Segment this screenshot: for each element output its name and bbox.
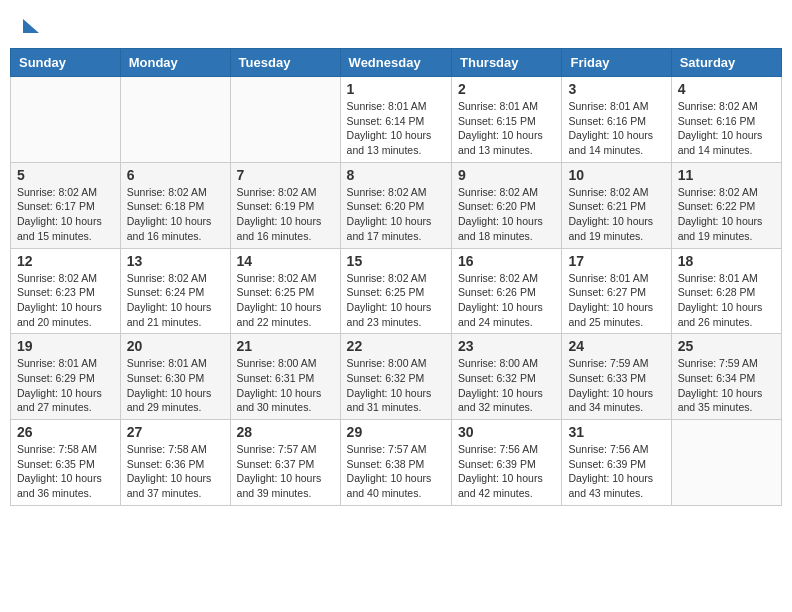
- calendar-cell: 17Sunrise: 8:01 AM Sunset: 6:27 PM Dayli…: [562, 248, 671, 334]
- calendar-week-row: 5Sunrise: 8:02 AM Sunset: 6:17 PM Daylig…: [11, 162, 782, 248]
- calendar-cell: 11Sunrise: 8:02 AM Sunset: 6:22 PM Dayli…: [671, 162, 781, 248]
- calendar-table: SundayMondayTuesdayWednesdayThursdayFrid…: [10, 48, 782, 506]
- day-number: 30: [458, 424, 555, 440]
- day-number: 11: [678, 167, 775, 183]
- calendar-cell: 12Sunrise: 8:02 AM Sunset: 6:23 PM Dayli…: [11, 248, 121, 334]
- day-number: 6: [127, 167, 224, 183]
- weekday-header-monday: Monday: [120, 49, 230, 77]
- day-detail: Sunrise: 8:01 AM Sunset: 6:27 PM Dayligh…: [568, 271, 664, 330]
- day-detail: Sunrise: 8:02 AM Sunset: 6:19 PM Dayligh…: [237, 185, 334, 244]
- day-detail: Sunrise: 8:02 AM Sunset: 6:18 PM Dayligh…: [127, 185, 224, 244]
- day-detail: Sunrise: 8:00 AM Sunset: 6:31 PM Dayligh…: [237, 356, 334, 415]
- day-detail: Sunrise: 8:00 AM Sunset: 6:32 PM Dayligh…: [458, 356, 555, 415]
- day-number: 5: [17, 167, 114, 183]
- day-detail: Sunrise: 8:02 AM Sunset: 6:21 PM Dayligh…: [568, 185, 664, 244]
- calendar-cell: 25Sunrise: 7:59 AM Sunset: 6:34 PM Dayli…: [671, 334, 781, 420]
- day-number: 26: [17, 424, 114, 440]
- day-detail: Sunrise: 7:57 AM Sunset: 6:38 PM Dayligh…: [347, 442, 445, 501]
- day-detail: Sunrise: 8:02 AM Sunset: 6:25 PM Dayligh…: [237, 271, 334, 330]
- calendar-cell: 29Sunrise: 7:57 AM Sunset: 6:38 PM Dayli…: [340, 420, 451, 506]
- weekday-header-wednesday: Wednesday: [340, 49, 451, 77]
- calendar-cell: 10Sunrise: 8:02 AM Sunset: 6:21 PM Dayli…: [562, 162, 671, 248]
- day-number: 19: [17, 338, 114, 354]
- day-number: 10: [568, 167, 664, 183]
- calendar-cell: 19Sunrise: 8:01 AM Sunset: 6:29 PM Dayli…: [11, 334, 121, 420]
- calendar-week-row: 19Sunrise: 8:01 AM Sunset: 6:29 PM Dayli…: [11, 334, 782, 420]
- calendar-cell: 27Sunrise: 7:58 AM Sunset: 6:36 PM Dayli…: [120, 420, 230, 506]
- day-detail: Sunrise: 8:01 AM Sunset: 6:29 PM Dayligh…: [17, 356, 114, 415]
- day-detail: Sunrise: 7:56 AM Sunset: 6:39 PM Dayligh…: [458, 442, 555, 501]
- weekday-header-thursday: Thursday: [452, 49, 562, 77]
- calendar-cell: 9Sunrise: 8:02 AM Sunset: 6:20 PM Daylig…: [452, 162, 562, 248]
- day-detail: Sunrise: 7:59 AM Sunset: 6:33 PM Dayligh…: [568, 356, 664, 415]
- calendar-cell: [11, 77, 121, 163]
- day-number: 1: [347, 81, 445, 97]
- calendar-cell: 26Sunrise: 7:58 AM Sunset: 6:35 PM Dayli…: [11, 420, 121, 506]
- day-detail: Sunrise: 8:02 AM Sunset: 6:16 PM Dayligh…: [678, 99, 775, 158]
- day-detail: Sunrise: 8:02 AM Sunset: 6:26 PM Dayligh…: [458, 271, 555, 330]
- day-detail: Sunrise: 8:01 AM Sunset: 6:28 PM Dayligh…: [678, 271, 775, 330]
- day-number: 13: [127, 253, 224, 269]
- calendar-cell: 3Sunrise: 8:01 AM Sunset: 6:16 PM Daylig…: [562, 77, 671, 163]
- logo-triangle-icon: [23, 19, 39, 33]
- day-detail: Sunrise: 8:02 AM Sunset: 6:22 PM Dayligh…: [678, 185, 775, 244]
- day-detail: Sunrise: 7:59 AM Sunset: 6:34 PM Dayligh…: [678, 356, 775, 415]
- calendar-week-row: 26Sunrise: 7:58 AM Sunset: 6:35 PM Dayli…: [11, 420, 782, 506]
- day-number: 27: [127, 424, 224, 440]
- day-number: 18: [678, 253, 775, 269]
- calendar-cell: 5Sunrise: 8:02 AM Sunset: 6:17 PM Daylig…: [11, 162, 121, 248]
- day-number: 9: [458, 167, 555, 183]
- weekday-header-friday: Friday: [562, 49, 671, 77]
- day-number: 23: [458, 338, 555, 354]
- day-number: 20: [127, 338, 224, 354]
- day-detail: Sunrise: 8:02 AM Sunset: 6:20 PM Dayligh…: [458, 185, 555, 244]
- weekday-header-saturday: Saturday: [671, 49, 781, 77]
- day-detail: Sunrise: 7:56 AM Sunset: 6:39 PM Dayligh…: [568, 442, 664, 501]
- calendar-cell: 21Sunrise: 8:00 AM Sunset: 6:31 PM Dayli…: [230, 334, 340, 420]
- calendar-cell: 23Sunrise: 8:00 AM Sunset: 6:32 PM Dayli…: [452, 334, 562, 420]
- calendar-week-row: 12Sunrise: 8:02 AM Sunset: 6:23 PM Dayli…: [11, 248, 782, 334]
- calendar-cell: 14Sunrise: 8:02 AM Sunset: 6:25 PM Dayli…: [230, 248, 340, 334]
- page-header: [10, 10, 782, 38]
- day-number: 22: [347, 338, 445, 354]
- day-detail: Sunrise: 8:02 AM Sunset: 6:20 PM Dayligh…: [347, 185, 445, 244]
- day-number: 7: [237, 167, 334, 183]
- day-number: 28: [237, 424, 334, 440]
- day-detail: Sunrise: 7:58 AM Sunset: 6:35 PM Dayligh…: [17, 442, 114, 501]
- calendar-cell: 30Sunrise: 7:56 AM Sunset: 6:39 PM Dayli…: [452, 420, 562, 506]
- day-detail: Sunrise: 8:02 AM Sunset: 6:25 PM Dayligh…: [347, 271, 445, 330]
- day-number: 4: [678, 81, 775, 97]
- day-number: 25: [678, 338, 775, 354]
- day-number: 16: [458, 253, 555, 269]
- day-number: 3: [568, 81, 664, 97]
- calendar-header-row: SundayMondayTuesdayWednesdayThursdayFrid…: [11, 49, 782, 77]
- calendar-cell: 7Sunrise: 8:02 AM Sunset: 6:19 PM Daylig…: [230, 162, 340, 248]
- day-detail: Sunrise: 7:57 AM Sunset: 6:37 PM Dayligh…: [237, 442, 334, 501]
- calendar-cell: [230, 77, 340, 163]
- calendar-cell: 2Sunrise: 8:01 AM Sunset: 6:15 PM Daylig…: [452, 77, 562, 163]
- day-number: 12: [17, 253, 114, 269]
- day-detail: Sunrise: 8:01 AM Sunset: 6:16 PM Dayligh…: [568, 99, 664, 158]
- calendar-cell: 8Sunrise: 8:02 AM Sunset: 6:20 PM Daylig…: [340, 162, 451, 248]
- calendar-cell: 22Sunrise: 8:00 AM Sunset: 6:32 PM Dayli…: [340, 334, 451, 420]
- day-number: 2: [458, 81, 555, 97]
- day-number: 17: [568, 253, 664, 269]
- weekday-header-sunday: Sunday: [11, 49, 121, 77]
- calendar-cell: 24Sunrise: 7:59 AM Sunset: 6:33 PM Dayli…: [562, 334, 671, 420]
- day-detail: Sunrise: 8:01 AM Sunset: 6:14 PM Dayligh…: [347, 99, 445, 158]
- logo: [20, 15, 39, 33]
- calendar-cell: 16Sunrise: 8:02 AM Sunset: 6:26 PM Dayli…: [452, 248, 562, 334]
- calendar-body: 1Sunrise: 8:01 AM Sunset: 6:14 PM Daylig…: [11, 77, 782, 506]
- calendar-cell: 18Sunrise: 8:01 AM Sunset: 6:28 PM Dayli…: [671, 248, 781, 334]
- day-detail: Sunrise: 8:00 AM Sunset: 6:32 PM Dayligh…: [347, 356, 445, 415]
- day-number: 31: [568, 424, 664, 440]
- calendar-cell: 20Sunrise: 8:01 AM Sunset: 6:30 PM Dayli…: [120, 334, 230, 420]
- day-number: 29: [347, 424, 445, 440]
- day-number: 8: [347, 167, 445, 183]
- day-detail: Sunrise: 8:02 AM Sunset: 6:24 PM Dayligh…: [127, 271, 224, 330]
- calendar-cell: 28Sunrise: 7:57 AM Sunset: 6:37 PM Dayli…: [230, 420, 340, 506]
- calendar-cell: 4Sunrise: 8:02 AM Sunset: 6:16 PM Daylig…: [671, 77, 781, 163]
- calendar-cell: [671, 420, 781, 506]
- day-detail: Sunrise: 7:58 AM Sunset: 6:36 PM Dayligh…: [127, 442, 224, 501]
- calendar-cell: 1Sunrise: 8:01 AM Sunset: 6:14 PM Daylig…: [340, 77, 451, 163]
